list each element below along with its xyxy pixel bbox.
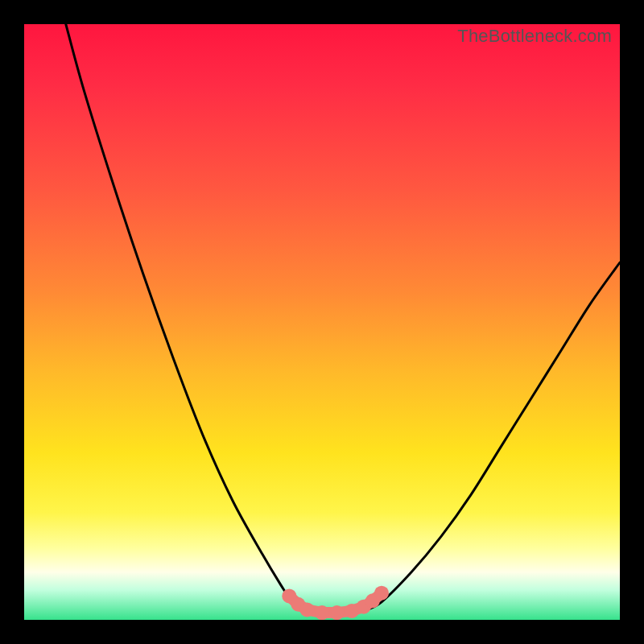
marker-dot [374, 586, 389, 601]
chart-frame: TheBottleneck.com [0, 0, 644, 644]
bottleneck-curve-left [66, 24, 304, 611]
marker-dot [300, 602, 315, 617]
plot-area: TheBottleneck.com [24, 24, 620, 620]
marker-dot [330, 605, 345, 620]
curve-layer [24, 24, 620, 620]
bottleneck-curve-right [364, 262, 620, 611]
marker-dot [315, 605, 329, 620]
bottom-markers [282, 586, 389, 620]
